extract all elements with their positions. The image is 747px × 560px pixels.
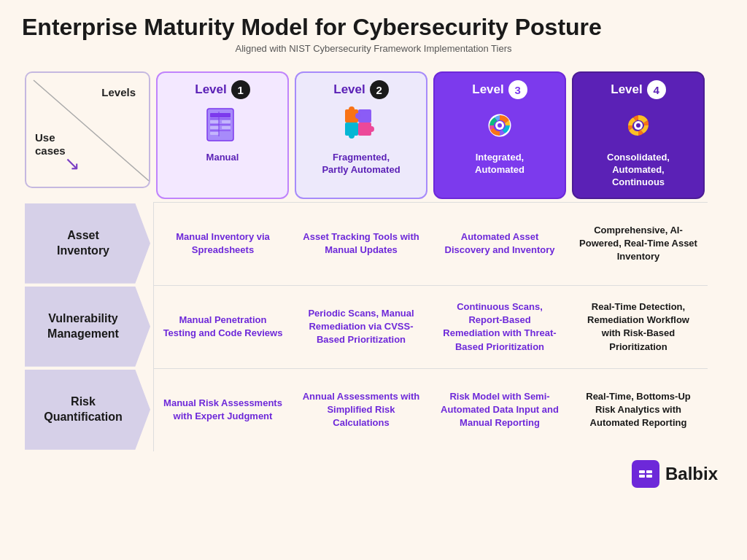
data-cell-text-vulnerability-management-col4: Real-Time Detection, Remediation Workflo… xyxy=(578,300,699,354)
level-label-l3: Integrated, Automated xyxy=(475,152,525,176)
balbix-logo: Balbix xyxy=(632,460,718,488)
data-cell-risk-quantification-col2: Annual Assessments with Simplified Risk … xyxy=(292,368,430,451)
level-text-l3: Level xyxy=(472,82,503,97)
row-label-asset-inventory: Asset Inventory xyxy=(25,203,150,284)
data-cell-text-vulnerability-management-col3: Continuous Scans, Report-Based Remediati… xyxy=(439,300,560,354)
page-subtitle: Aligned with NIST Cybersecurity Framewor… xyxy=(22,43,725,54)
data-cell-risk-quantification-col1: Manual Risk Assessments with Expert Judg… xyxy=(153,368,292,451)
svg-rect-7 xyxy=(210,132,219,135)
data-cell-asset-inventory-col4: Comprehensive, AI-Powered, Real-Time Ass… xyxy=(569,202,708,285)
row-label-text-risk-quantification: Risk Quantification xyxy=(44,394,123,425)
row-label-text-vulnerability-management: Vulnerability Management xyxy=(47,311,119,342)
svg-rect-25 xyxy=(639,470,645,473)
level-card-l2: Level 2 Fragmented, Partly Automated xyxy=(295,71,427,199)
level-card-l3: Level 3 Integrated, Automated xyxy=(433,71,566,199)
level-badge-l4: Level 4 xyxy=(611,80,665,99)
level-number-l1: 1 xyxy=(231,80,250,99)
data-cell-asset-inventory-col2: Asset Tracking Tools with Manual Updates xyxy=(292,202,430,285)
svg-point-24 xyxy=(636,123,640,128)
level-label-l2: Fragmented, Partly Automated xyxy=(322,152,400,176)
svg-rect-2 xyxy=(210,113,231,117)
level-icon-l4 xyxy=(618,105,659,146)
usecases-label: Usecases xyxy=(35,131,66,158)
data-cell-vulnerability-management-col2: Periodic Scans, Manual Remediation via C… xyxy=(292,285,430,368)
svg-point-15 xyxy=(355,113,361,119)
balbix-name: Balbix xyxy=(665,464,718,484)
svg-point-22 xyxy=(498,123,502,128)
data-cell-text-vulnerability-management-col2: Periodic Scans, Manual Remediation via C… xyxy=(301,307,422,347)
svg-rect-26 xyxy=(639,475,645,478)
data-cell-text-asset-inventory-col1: Manual Inventory via Spreadsheets xyxy=(163,230,283,257)
data-cell-text-risk-quantification-col2: Annual Assessments with Simplified Risk … xyxy=(301,390,422,430)
row-label-risk-quantification: Risk Quantification xyxy=(25,370,150,450)
data-cell-vulnerability-management-col4: Real-Time Detection, Remediation Workflo… xyxy=(569,285,708,368)
row-label-vulnerability-management: Vulnerability Management xyxy=(25,287,150,367)
levels-label: Levels xyxy=(101,86,136,98)
balbix-logo-icon xyxy=(637,465,654,483)
level-icon-l2 xyxy=(341,105,382,146)
data-cell-text-risk-quantification-col1: Manual Risk Assessments with Expert Judg… xyxy=(163,397,283,423)
level-text-l1: Level xyxy=(195,82,226,97)
data-cell-text-asset-inventory-col4: Comprehensive, AI-Powered, Real-Time Ass… xyxy=(578,224,699,264)
level-badge-l3: Level 3 xyxy=(472,80,527,99)
svg-rect-5 xyxy=(210,126,219,129)
level-text-l2: Level xyxy=(333,82,365,97)
data-cell-text-asset-inventory-col2: Asset Tracking Tools with Manual Updates xyxy=(301,230,422,257)
data-cell-text-risk-quantification-col3: Risk Model with Semi-Automated Data Inpu… xyxy=(439,390,560,430)
data-cell-text-vulnerability-management-col1: Manual Penetration Testing and Code Revi… xyxy=(163,314,283,340)
level-text-l4: Level xyxy=(611,82,642,97)
corner-cell: Levels Usecases ↘ xyxy=(25,71,150,188)
balbix-icon xyxy=(632,460,659,488)
logo-area: Balbix xyxy=(22,451,725,488)
data-cell-risk-quantification-col4: Real-Time, Bottoms-Up Risk Analytics wit… xyxy=(569,368,708,451)
data-cell-text-risk-quantification-col4: Real-Time, Bottoms-Up Risk Analytics wit… xyxy=(578,390,699,430)
data-cell-asset-inventory-col3: Automated Asset Discovery and Inventory xyxy=(430,202,569,285)
arrow-icon: ↘ xyxy=(64,152,80,175)
svg-rect-27 xyxy=(646,470,652,473)
svg-rect-4 xyxy=(222,120,231,123)
level-label-l1: Manual xyxy=(206,152,239,164)
data-cell-risk-quantification-col3: Risk Model with Semi-Automated Data Inpu… xyxy=(430,368,569,451)
svg-rect-6 xyxy=(222,126,231,129)
level-number-l3: 3 xyxy=(508,80,527,99)
data-cell-text-asset-inventory-col3: Automated Asset Discovery and Inventory xyxy=(439,230,560,257)
svg-rect-28 xyxy=(646,475,652,478)
maturity-grid: Levels Usecases ↘ Level 1 Manual Level 2… xyxy=(22,69,725,451)
level-card-l4: Level 4 Consolidated, Automated, Continu… xyxy=(572,71,705,199)
row-label-text-asset-inventory: Asset Inventory xyxy=(57,228,109,259)
data-cell-vulnerability-management-col3: Continuous Scans, Report-Based Remediati… xyxy=(430,285,569,368)
level-card-l1: Level 1 Manual xyxy=(156,71,289,199)
level-badge-l2: Level 2 xyxy=(333,80,388,99)
level-badge-l1: Level 1 xyxy=(195,80,249,99)
level-label-l4: Consolidated, Automated, Continuous xyxy=(607,152,670,189)
svg-point-13 xyxy=(349,106,355,112)
svg-rect-3 xyxy=(210,120,219,123)
level-number-l4: 4 xyxy=(647,80,666,99)
level-icon-l1 xyxy=(202,105,243,146)
level-number-l2: 2 xyxy=(370,80,389,99)
data-cell-asset-inventory-col1: Manual Inventory via Spreadsheets xyxy=(153,202,292,285)
data-cell-vulnerability-management-col1: Manual Penetration Testing and Code Revi… xyxy=(153,285,292,368)
page-title: Enterprise Maturity Model for Cybersecur… xyxy=(22,15,725,40)
level-icon-l3 xyxy=(479,105,520,146)
svg-point-17 xyxy=(349,133,355,139)
svg-point-19 xyxy=(368,126,374,132)
